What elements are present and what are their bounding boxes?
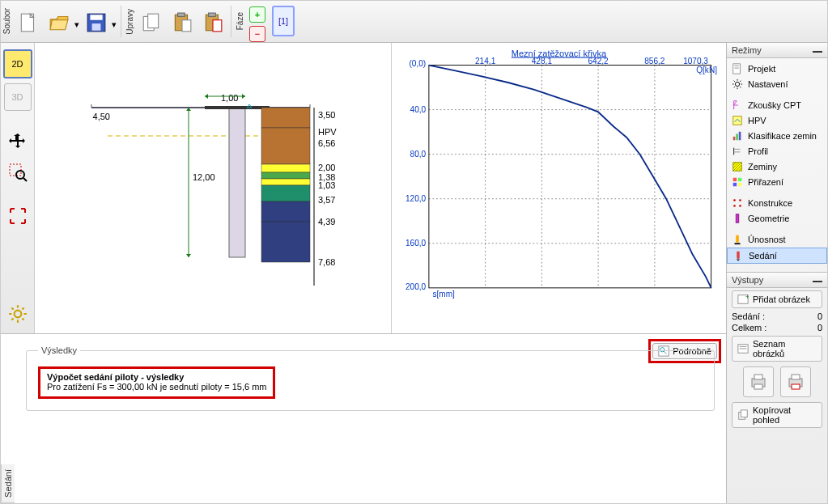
svg-text:Q[kN]: Q[kN] [696, 66, 717, 74]
svg-rect-81 [738, 178, 741, 181]
toolbar-group-file: Soubor [1, 1, 13, 42]
minimize-icon[interactable] [813, 48, 822, 53]
add-image-button[interactable]: + Přidat obrázek [732, 290, 822, 308]
right-panel: Režimy ProjektNastaveníZkoušky CPTHPVKla… [726, 43, 827, 503]
phase-1-tab[interactable]: [1] [272, 6, 295, 36]
settings-button[interactable] [5, 301, 31, 327]
modes-header: Režimy [727, 43, 827, 58]
svg-rect-46 [429, 66, 711, 288]
mode-item-hpv[interactable]: HPV [727, 113, 827, 128]
mode-item-konstrukce[interactable]: Konstrukce [727, 196, 827, 210]
results-legend: Výsledky [38, 345, 80, 355]
add-phase-button[interactable]: + [249, 6, 265, 23]
svg-rect-72 [733, 116, 742, 125]
svg-rect-8 [178, 13, 185, 16]
svg-point-14 [16, 171, 24, 179]
mode-item-zkoušky-cpt[interactable]: Zkoušky CPT [727, 98, 827, 112]
svg-rect-75 [739, 132, 741, 141]
svg-rect-88 [736, 214, 739, 223]
svg-rect-13 [10, 164, 21, 176]
svg-point-71 [735, 82, 739, 86]
svg-text:1,03: 1,03 [318, 180, 335, 190]
svg-text:214,1: 214,1 [475, 57, 496, 66]
svg-text:428,1: 428,1 [532, 57, 553, 66]
paste-button[interactable] [167, 7, 197, 38]
new-file-button[interactable] [13, 7, 44, 38]
svg-rect-30 [261, 164, 310, 172]
mode-item-únosnost[interactable]: Únosnost [727, 232, 827, 247]
print-color-button[interactable] [780, 366, 811, 397]
svg-rect-101 [792, 384, 800, 389]
bottom-tab-sedani[interactable]: Sedání [1, 464, 15, 503]
svg-rect-103 [741, 410, 747, 417]
image-list-button[interactable]: Seznam obrázků [732, 336, 822, 362]
toolbar-group-edit: Úpravy [124, 1, 136, 42]
svg-text:(0,0): (0,0) [409, 59, 426, 68]
print-button[interactable] [743, 366, 774, 397]
outputs-header: Výstupy [727, 273, 827, 288]
svg-rect-89 [736, 235, 739, 243]
app-root: Soubor ▾ ▾ Úpravy Fáze + − [1] 2D 3D [0, 0, 828, 504]
svg-text:1,00: 1,00 [221, 93, 238, 103]
svg-rect-98 [754, 384, 762, 389]
modes-tree: ProjektNastaveníZkoušky CPTHPVKlasifikac… [727, 58, 827, 267]
copy-button[interactable] [136, 7, 167, 38]
copy-view-button[interactable]: Kopírovat pohled [732, 402, 822, 428]
mode-item-přiřazení[interactable]: Přiřazení [727, 175, 827, 189]
svg-rect-28 [261, 108, 310, 128]
mode-item-sedání[interactable]: Sedání [727, 248, 827, 264]
svg-text:1070,3: 1070,3 [683, 57, 708, 66]
zoom-window-button[interactable] [5, 159, 31, 185]
svg-rect-82 [733, 183, 737, 186]
svg-rect-80 [733, 178, 737, 181]
mode-item-projekt[interactable]: Projekt [727, 61, 827, 76]
svg-rect-32 [261, 179, 310, 185]
open-file-button[interactable] [44, 7, 74, 38]
mode-item-geometrie[interactable]: Geometrie [727, 211, 827, 226]
outputs-sedani-row: Sedání :0 [727, 311, 827, 322]
svg-text:7,68: 7,68 [318, 257, 335, 267]
paste-special-button[interactable] [197, 7, 228, 38]
svg-rect-33 [261, 185, 310, 201]
svg-rect-100 [792, 375, 800, 379]
remove-phase-button[interactable]: − [249, 26, 265, 42]
svg-rect-31 [261, 172, 310, 179]
svg-text:160,0: 160,0 [406, 239, 427, 248]
outputs-panel: Výstupy + Přidat obrázek Sedání :0 Celke… [727, 272, 827, 430]
results-title: Výpočet sedání piloty - výsledky [47, 372, 266, 382]
svg-rect-3 [90, 15, 102, 20]
move-tool-button[interactable] [5, 129, 31, 155]
svg-rect-26 [229, 108, 245, 257]
svg-rect-73 [733, 137, 736, 140]
svg-text:642,2: 642,2 [588, 57, 609, 66]
svg-text:120,0: 120,0 [406, 194, 427, 203]
svg-text:2,00: 2,00 [318, 163, 335, 172]
svg-point-84 [733, 199, 736, 201]
svg-rect-90 [737, 252, 740, 259]
pile-drawing: 1,00 4,50 12,00 3,50 HPV 6,56 2,00 1,38 … [35, 43, 392, 333]
svg-text:80,0: 80,0 [410, 150, 427, 159]
mode-item-profil[interactable]: Profil [727, 144, 827, 159]
main-toolbar: Soubor ▾ ▾ Úpravy Fáze + − [1] [1, 1, 827, 43]
svg-rect-4 [92, 23, 101, 31]
svg-text:200,0: 200,0 [406, 282, 427, 291]
svg-text:3,57: 3,57 [318, 195, 335, 205]
minimize-icon[interactable] [813, 277, 822, 282]
svg-rect-97 [754, 375, 762, 379]
save-button[interactable] [81, 7, 112, 38]
mode-item-nastavení[interactable]: Nastavení [727, 77, 827, 91]
mode-item-klasifikace-zemin[interactable]: Klasifikace zemin [727, 129, 827, 143]
svg-rect-11 [209, 13, 216, 16]
svg-text:s[mm]: s[mm] [432, 290, 455, 299]
svg-rect-6 [148, 14, 159, 28]
mode-item-zeminy[interactable]: Zeminy [727, 159, 827, 174]
view-2d-button[interactable]: 2D [3, 49, 32, 78]
svg-rect-29 [261, 128, 310, 164]
svg-text:6,56: 6,56 [318, 138, 335, 148]
svg-rect-27 [205, 106, 270, 109]
svg-rect-83 [738, 183, 741, 186]
view-3d-button[interactable]: 3D [4, 83, 32, 111]
svg-text:+: + [745, 294, 749, 301]
svg-text:3,50: 3,50 [318, 110, 335, 120]
zoom-fit-button[interactable] [5, 203, 31, 229]
